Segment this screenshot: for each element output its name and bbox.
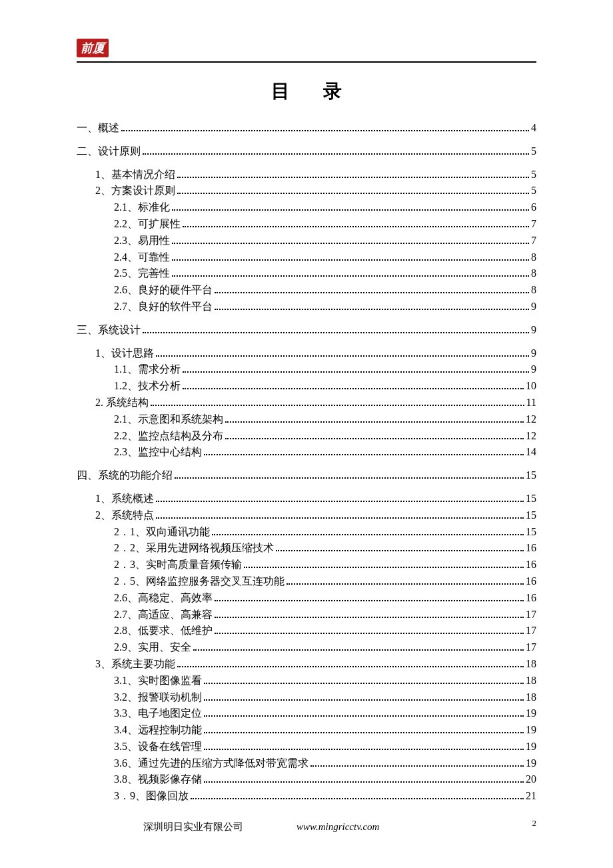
toc-leader-dots xyxy=(121,123,529,131)
toc-entry: 2.7、良好的软件平台9 xyxy=(114,299,536,315)
toc-leader-dots xyxy=(172,252,529,261)
toc-entry-page: 9 xyxy=(531,361,536,378)
toc-leader-dots xyxy=(204,741,524,750)
toc-entry-label: 2.9、实用、安全 xyxy=(114,639,191,656)
toc-entry-label: 1、系统概述 xyxy=(95,491,154,507)
toc-entry-label: 1、基本情况介绍 xyxy=(95,167,175,183)
toc-entry-page: 12 xyxy=(526,428,536,445)
toc-entry: 1、系统概述15 xyxy=(95,491,536,507)
toc-entry-page: 5 xyxy=(531,167,536,183)
toc-entry-label: 2．3、实时高质量音频传输 xyxy=(114,557,242,573)
toc-entry: 2.4、可靠性8 xyxy=(114,249,536,266)
toc-leader-dots xyxy=(215,285,529,293)
toc-entry: 2.2、可扩展性7 xyxy=(114,216,536,233)
toc-entry-page: 14 xyxy=(526,444,536,461)
toc-entry-label: 2.6、良好的硬件平台 xyxy=(114,282,213,299)
toc-leader-dots xyxy=(212,527,524,535)
toc-entry-page: 11 xyxy=(526,395,536,411)
toc-leader-dots xyxy=(193,642,524,651)
toc-entry-page: 7 xyxy=(531,233,536,249)
toc-entry-page: 19 xyxy=(526,722,536,739)
toc-leader-dots xyxy=(276,543,524,552)
toc-entry: 2.2、监控点结构及分布12 xyxy=(114,428,536,445)
toc-entry: 2．2、采用先进网络视频压缩技术16 xyxy=(114,540,536,557)
toc-entry-page: 19 xyxy=(526,755,536,772)
toc-entry-label: 2.2、监控点结构及分布 xyxy=(114,428,223,445)
toc-leader-dots xyxy=(215,626,524,635)
toc-entry: 2、方案设计原则5 xyxy=(95,183,536,199)
toc-leader-dots xyxy=(225,431,524,439)
toc-entry-label: 2.3、监控中心结构 xyxy=(114,444,202,461)
toc-entry-label: 1.2、技术分析 xyxy=(114,378,181,395)
toc-entry-page: 18 xyxy=(526,673,536,689)
toc-subsection: 1、基本情况介绍52、方案设计原则52.1、标准化62.2、可扩展性72.3、易… xyxy=(77,167,536,315)
toc-entry: 四、系统的功能介绍15 xyxy=(77,467,536,484)
toc-leader-dots xyxy=(225,414,524,423)
toc-entry: 三、系统设计9 xyxy=(77,322,536,339)
toc-entry-label: 3.3、电子地图定位 xyxy=(114,705,202,722)
toc-entry-page: 16 xyxy=(526,540,536,557)
page-title: 目录 xyxy=(77,79,536,104)
toc-entry-label: 2．1、双向通讯功能 xyxy=(114,524,210,541)
toc-entry-page: 16 xyxy=(526,590,536,607)
toc-entry: 2.6、良好的硬件平台8 xyxy=(114,282,536,299)
toc-entry: 2．5、网络监控服务器交叉互连功能16 xyxy=(114,573,536,590)
toc-entry-page: 21 xyxy=(526,788,536,805)
toc-entry-page: 20 xyxy=(526,771,536,788)
toc-entry-label: 2.3、易用性 xyxy=(114,233,170,249)
toc-entry-page: 15 xyxy=(526,524,536,541)
toc-entry: 3.5、设备在线管理19 xyxy=(114,739,536,755)
toc-leader-dots xyxy=(215,301,529,310)
toc-entry-page: 7 xyxy=(531,216,536,233)
toc-entry-page: 8 xyxy=(531,265,536,282)
toc-entry-label: 一、概述 xyxy=(77,120,119,137)
toc-entry: 2.9、实用、安全17 xyxy=(114,639,536,656)
toc-entry-page: 16 xyxy=(526,557,536,573)
toc-leader-dots xyxy=(183,365,529,373)
toc-entry-page: 12 xyxy=(526,411,536,428)
toc-leader-dots xyxy=(204,675,524,684)
toc-entry: 2．1、双向通讯功能15 xyxy=(114,524,536,541)
toc-entry: 2.1、标准化6 xyxy=(114,199,536,216)
toc-entry: 2.7、高适应、高兼容17 xyxy=(114,607,536,623)
toc-entry-label: 3.1、实时图像监看 xyxy=(114,673,202,689)
toc-entry-label: 2.4、可靠性 xyxy=(114,249,170,266)
toc-entry-page: 15 xyxy=(526,491,536,507)
toc-leader-dots xyxy=(156,348,529,357)
toc-entry-page: 9 xyxy=(531,322,536,339)
toc-entry-page: 8 xyxy=(531,282,536,299)
toc-leader-dots xyxy=(244,559,524,568)
toc-section: 四、系统的功能介绍15 xyxy=(77,467,536,484)
toc-entry: 3.8、视频影像存储20 xyxy=(114,771,536,788)
toc-leader-dots xyxy=(204,775,524,783)
toc-entry: 3、系统主要功能18 xyxy=(95,656,536,673)
toc-entry-page: 17 xyxy=(526,639,536,656)
toc-entry-label: 2.7、高适应、高兼容 xyxy=(114,607,213,623)
toc-entry-label: 2．5、网络监控服务器交叉互连功能 xyxy=(114,573,285,590)
toc-leader-dots xyxy=(175,470,524,479)
toc-entry: 1、设计思路9 xyxy=(95,345,536,362)
toc-entry-label: 2.1、标准化 xyxy=(114,199,170,216)
toc-entry-label: 2.8、低要求、低维护 xyxy=(114,623,213,639)
toc-entry: 3.1、实时图像监看18 xyxy=(114,673,536,689)
toc-entry-label: 二、设计原则 xyxy=(77,143,141,160)
toc-entry-page: 8 xyxy=(531,249,536,266)
header-rule xyxy=(77,61,536,63)
toc-entry-label: 3.4、远程控制功能 xyxy=(114,722,202,739)
toc-subsection: 1、设计思路91.1、需求分析91.2、技术分析102. 系统结构112.1、示… xyxy=(77,345,536,461)
toc-entry-label: 2、系统特点 xyxy=(95,507,154,524)
toc-entry: 2．3、实时高质量音频传输16 xyxy=(114,557,536,573)
toc-leader-dots xyxy=(204,447,524,456)
toc-leader-dots xyxy=(183,381,524,389)
toc-entry-label: 四、系统的功能介绍 xyxy=(77,467,173,484)
toc-entry-page: 17 xyxy=(526,607,536,623)
toc-entry-page: 15 xyxy=(526,507,536,524)
toc-leader-dots xyxy=(156,493,524,502)
toc-section: 一、概述4 xyxy=(77,120,536,137)
footer-url: www.mingricctv.com xyxy=(297,821,379,833)
toc-leader-dots xyxy=(177,186,529,195)
toc-leader-dots xyxy=(177,169,529,178)
toc-leader-dots xyxy=(172,202,529,211)
toc-leader-dots xyxy=(172,269,529,277)
toc-entry: 2. 系统结构11 xyxy=(95,395,536,411)
